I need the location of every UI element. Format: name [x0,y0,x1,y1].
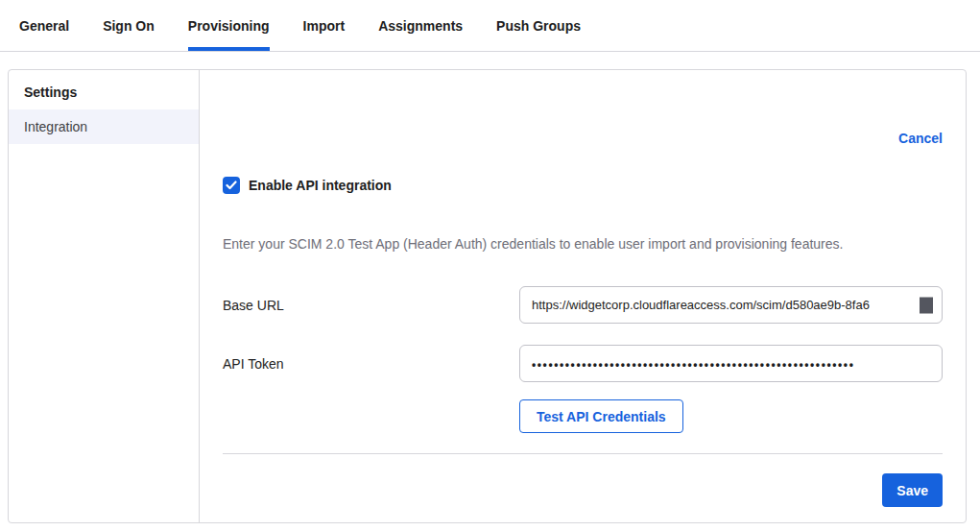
tab-assignments[interactable]: Assignments [378,0,463,51]
integration-settings-content: Cancel Enable API integration Enter your… [200,70,966,522]
base-url-input[interactable]: https://widgetcorp.cloudflareaccess.com/… [519,286,943,324]
text-selection-indicator [920,297,933,313]
base-url-row: Base URL https://widgetcorp.cloudflareac… [223,286,943,324]
cancel-link[interactable]: Cancel [898,131,943,146]
enable-api-integration-checkbox[interactable] [223,177,240,194]
api-token-label: API Token [223,356,519,372]
tab-sign-on[interactable]: Sign On [103,0,155,51]
test-api-credentials-button[interactable]: Test API Credentials [519,399,683,433]
footer-divider [223,453,943,454]
save-button[interactable]: Save [882,473,943,507]
tab-provisioning[interactable]: Provisioning [188,0,270,51]
api-token-row: API Token ••••••••••••••••••••••••••••••… [223,345,943,382]
enable-api-integration-row: Enable API integration [223,177,943,194]
tab-import[interactable]: Import [303,0,346,51]
base-url-value: https://widgetcorp.cloudflareaccess.com/… [532,298,930,312]
credentials-description: Enter your SCIM 2.0 Test App (Header Aut… [223,236,943,252]
cancel-row: Cancel [223,130,943,147]
save-row: Save [223,473,943,507]
tab-bar: General Sign On Provisioning Import Assi… [0,0,980,52]
settings-sidebar: Settings Integration [9,70,200,522]
tab-general[interactable]: General [19,0,69,51]
checkmark-icon [226,181,237,190]
tab-push-groups[interactable]: Push Groups [496,0,581,51]
sidebar-item-integration[interactable]: Integration [9,109,199,144]
sidebar-header: Settings [9,70,199,109]
api-token-masked-value: ••••••••••••••••••••••••••••••••••••••••… [532,356,930,372]
api-token-input[interactable]: ••••••••••••••••••••••••••••••••••••••••… [519,345,943,382]
enable-api-integration-label: Enable API integration [249,178,392,193]
provisioning-panel: Settings Integration Cancel Enable API i… [8,69,967,523]
base-url-label: Base URL [223,298,519,313]
